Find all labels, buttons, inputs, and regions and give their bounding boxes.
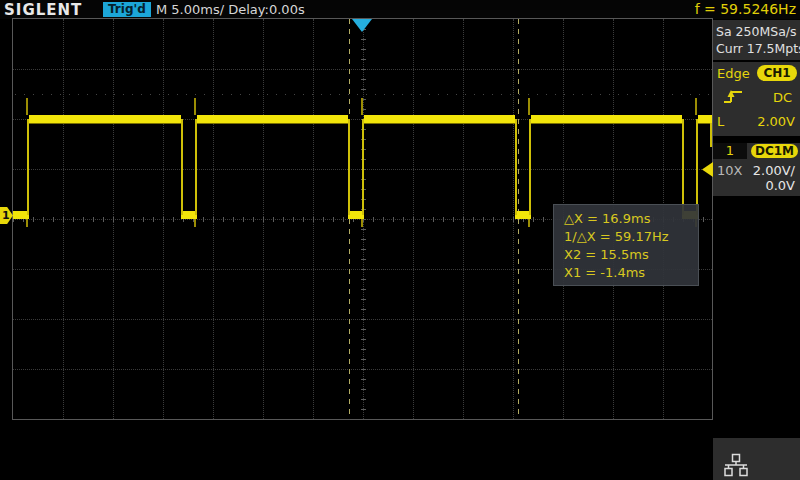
waveform-high-segment [698,115,712,123]
probe-attenuation: 10X [717,163,742,178]
waveform-overshoot-spike [695,98,697,115]
trigger-source-chip[interactable]: CH1 [757,65,797,81]
waveform-falling-edge [515,119,517,215]
cursor-x2-line[interactable] [518,19,519,419]
waveform-falling-edge [348,119,350,215]
waveform-rising-edge [529,119,531,215]
waveform-rising-edge [195,119,197,215]
waveform-high-segment [531,115,682,123]
waveform-overshoot-spike [194,98,196,115]
waveform-high-segment [29,115,181,123]
waveform-rising-edge [362,119,364,215]
vertical-scale: 2.00V/ [753,163,795,178]
waveform-high-segment [364,115,515,123]
trigger-settings-box[interactable]: Edge CH1 DC L 2.00V [713,62,800,136]
vertical-offset: 0.0V [765,178,795,193]
waveform-overshoot-spike [528,98,530,115]
channel-number-badge[interactable]: 1 [713,143,747,159]
cursor-measurement-box: △X = 16.9ms 1/△X = 59.17Hz X2 = 15.5ms X… [553,204,699,286]
waveform-undershoot-spike [194,219,196,227]
waveform-rising-edge [27,119,29,215]
cursor-delta-x: △X = 16.9ms [564,210,698,228]
trigger-coupling-value: DC [773,90,792,105]
rising-edge-icon [722,88,744,110]
cursor-x1-line[interactable] [349,19,350,419]
siglent-logo: SIGLENT [4,1,82,19]
waveform-overshoot-spike [361,98,363,115]
waveform-rising-edge [696,119,698,215]
channel-coupling-chip[interactable]: DC1M [751,144,798,158]
lan-network-icon[interactable] [721,453,751,480]
waveform-overshoot-spike [26,98,28,115]
cursor-x2: X2 = 15.5ms [564,246,698,264]
trigger-status-badge: Trig'd [103,2,151,17]
waveform-undershoot-spike [528,219,530,227]
waveform-undershoot-spike [361,219,363,227]
waveform-falling-edge [682,119,684,215]
side-info-panel: Sa 250MSa/s Curr 17.5Mpts Edge CH1 DC L … [713,0,800,480]
trigger-level-value: 2.00V [757,114,795,129]
top-status-bar: SIGLENT Trig'd M 5.00ms/ Delay:0.00s f =… [0,0,800,19]
waveform-falling-edge [181,119,183,215]
cursor-inv-delta-x: 1/△X = 59.17Hz [564,228,698,246]
memory-depth: Curr 17.5Mpts [713,40,800,57]
channel1-info-box[interactable]: 1 DC1M 10X 2.00V/ 0.0V [713,143,800,196]
sample-rate: Sa 250MSa/s [713,23,800,40]
oscilloscope-screen: { "header": { "logo": "SIGLENT", "trigge… [0,0,800,480]
acquisition-info-box: Sa 250MSa/s Curr 17.5Mpts [713,20,800,60]
waveform-edge-artifact [710,123,712,147]
timebase-readout[interactable]: M 5.00ms/ Delay:0.00s [156,2,305,17]
io-status-box [713,438,800,480]
waveform-high-segment [197,115,348,123]
waveform-undershoot-spike [26,219,28,227]
cursor-x1: X1 = -1.4ms [564,264,698,282]
trigger-type-label: Edge [717,66,750,81]
trigger-position-marker[interactable] [352,19,372,32]
trigger-level-label: L [717,114,724,129]
